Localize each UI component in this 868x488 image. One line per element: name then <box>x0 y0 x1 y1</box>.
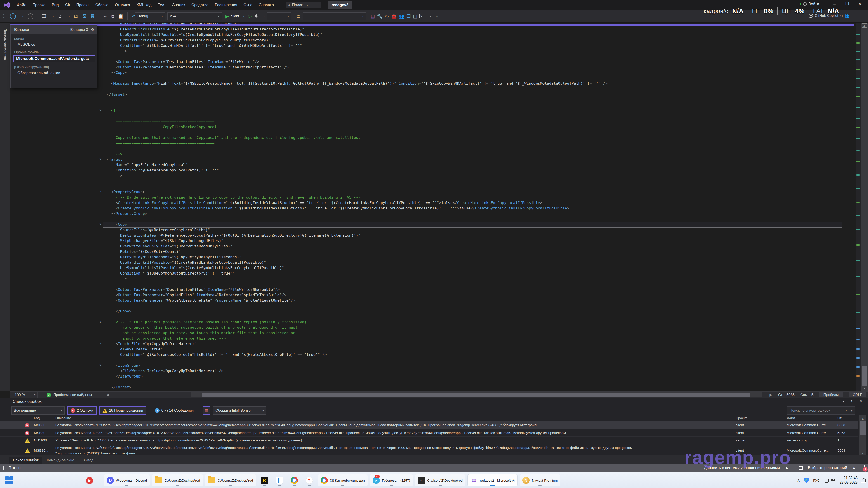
column-code[interactable]: Код <box>34 416 40 420</box>
code-line[interactable]: Condition="'@(ReferencesCopiedInThisBuil… <box>107 352 327 357</box>
menu-item-отладка[interactable]: Отладка <box>112 0 133 10</box>
code-line[interactable]: <Output TaskParameter="DestinationFiles"… <box>107 65 289 70</box>
code-line[interactable]: </ItemGroup> <box>107 374 143 379</box>
filter-button[interactable]: ☰ <box>203 406 210 415</box>
save-all-icon[interactable]: 🖬 <box>91 14 95 19</box>
code-line[interactable]: </Copy> <box>107 308 131 314</box>
char-indicator[interactable]: Симв: 5 <box>800 393 813 397</box>
code-line[interactable]: <!-- If this project produces reference … <box>107 320 307 325</box>
code-line[interactable]: <Touch Files="@(CopyUpToDateMarker)" <box>107 341 196 347</box>
code-line[interactable]: ErrorIfLinkFails="$(ErrorIfLinkFailsForC… <box>107 37 271 43</box>
fold-collapse-icon[interactable]: ∨ <box>98 157 103 161</box>
fold-collapse-icon[interactable]: ∨ <box>98 108 103 112</box>
solution-platform-select[interactable]: x64▾ <box>167 12 222 20</box>
code-line[interactable]: Condition="'$(UseCommonOutputDirectory)'… <box>107 271 235 276</box>
toolbar-overflow-icon[interactable]: ⌄ <box>436 14 438 18</box>
fold-collapse-icon[interactable]: ∨ <box>98 222 103 226</box>
messages-filter-button[interactable]: i 0 из 14 Сообщения <box>152 406 197 415</box>
menu-item-анализ[interactable]: Анализ <box>169 0 188 10</box>
scroll-up-icon[interactable]: ▲ <box>860 416 866 421</box>
code-line[interactable]: <Output TaskParameter="DestinationFiles"… <box>107 287 280 292</box>
save-icon[interactable]: 🖫 <box>82 14 87 19</box>
refresh-icon[interactable]: ⭮ <box>385 14 389 19</box>
code-line[interactable]: <CreateHardLinksForCopyLocalIfPossible C… <box>107 200 542 205</box>
taskbar-item-chrome[interactable]: (3) Как пофиксить дан <box>318 475 368 486</box>
code-line[interactable]: Copy references that are marked as "Copy… <box>107 135 361 140</box>
properties-wrench-icon[interactable]: 🔧 <box>377 14 382 19</box>
code-line[interactable]: <Output TaskParameter="CopiedFiles" Item… <box>107 292 286 298</box>
title-search-box[interactable]: ⌕ Поиск ▾ <box>286 2 321 8</box>
error-list-search-box[interactable]: Поиск по списку ошибок ⌕ ▾ <box>787 406 855 415</box>
code-line[interactable]: <CreateSymbolicLinksForCopyLocalIfPossib… <box>107 205 569 211</box>
share-icon[interactable]: ⧉ <box>840 14 843 18</box>
keyboard-language[interactable]: РУС <box>813 479 820 482</box>
editor-horizontal-scrollbar[interactable] <box>191 392 762 397</box>
chevron-up-icon[interactable]: ▲ <box>852 466 856 470</box>
code-line[interactable]: UseHardlinksIfPossible="$(CreateHardLink… <box>107 27 304 32</box>
code-line[interactable]: ========================================… <box>107 119 215 124</box>
code-line[interactable]: Name="_CopyFilesMarkedCopyLocal" <box>107 162 188 168</box>
menu-item-сборка[interactable]: Сборка <box>92 0 112 10</box>
editor-split-handle[interactable] <box>862 24 867 28</box>
code-line[interactable]: references on this build, subsequent bui… <box>107 325 298 330</box>
taskbar-item-term[interactable]: >_C:\Users\Z\Desktop\red <box>415 475 465 486</box>
media-app-icon[interactable]: ▶ <box>86 475 93 486</box>
code-line[interactable]: <Output TaskParameter="DestinationFiles"… <box>107 59 259 65</box>
empty-combo-1[interactable]: ▾ <box>267 12 291 20</box>
line-ending-indicator[interactable]: CRLF <box>848 392 866 397</box>
chevron-down-icon[interactable]: ▾ <box>22 15 24 18</box>
code-line[interactable]: </Target> <box>107 385 131 390</box>
menu-item-справка[interactable]: Справка <box>256 0 277 10</box>
chevron-down-icon[interactable]: ▾ <box>430 15 431 18</box>
code-editor[interactable]: RetryDelayMilliseconds="$(CopyRetryDelay… <box>10 23 858 391</box>
popup-item-mysql[interactable]: MySQL.cs <box>11 41 97 48</box>
fold-collapse-icon[interactable]: ∨ <box>98 363 103 367</box>
class-view-icon[interactable]: 👥 <box>399 14 404 19</box>
menu-item-xml-код[interactable]: XML-код <box>133 0 155 10</box>
menu-item-вид[interactable]: Вид <box>49 0 62 10</box>
scroll-left-icon[interactable]: ◀ <box>106 393 109 397</box>
scroll-right-icon[interactable]: ▶ <box>770 393 772 397</box>
document-title-tab[interactable]: redagev2 <box>328 1 352 9</box>
code-line[interactable]: > <box>107 173 123 178</box>
menu-item-средства[interactable]: Средства <box>188 0 212 10</box>
solution-explorer-icon[interactable]: ▤ <box>371 14 375 19</box>
popup-item-object-browser[interactable]: Обозреватель объектов <box>11 70 97 76</box>
code-line[interactable]: > <box>107 276 127 282</box>
start-debug-button[interactable]: ▶ client ▾ <box>224 13 246 19</box>
code-line[interactable]: Condition="'@(ReferenceCopyLocalPaths)' … <box>107 168 219 173</box>
solution-configuration-select[interactable]: Debug▾ <box>135 12 165 20</box>
code-line[interactable]: <ItemGroup> <box>107 363 141 368</box>
taskbar-item-yandex[interactable]: Y <box>303 475 315 486</box>
fold-collapse-icon[interactable]: ∨ <box>98 341 103 345</box>
window-layout-icon[interactable]: ◫ <box>413 14 417 19</box>
security-shield-icon[interactable] <box>804 478 809 483</box>
menu-item-файл[interactable]: Файл <box>13 0 29 10</box>
chevron-down-icon[interactable]: ▾ <box>68 15 70 18</box>
warnings-filter-button[interactable]: 16 Предупреждения <box>99 406 146 415</box>
menu-item-окно[interactable]: Окно <box>240 0 256 10</box>
source-filter-select[interactable]: Сборка и IntelliSense ▾ <box>213 406 266 415</box>
code-line[interactable]: _CopyFilesMarkedCopyLocal <box>107 124 217 130</box>
taskbar-item-telegram[interactable]: 57Губенова – (1257) <box>370 475 413 486</box>
code-line[interactable]: <PropertyGroup> <box>107 189 145 195</box>
empty-combo-2[interactable]: ▾ <box>303 12 366 20</box>
notifications-button[interactable]: 1 <box>864 466 865 470</box>
cut-icon[interactable]: ✂ <box>103 14 107 19</box>
column-project[interactable]: Проект <box>736 416 747 420</box>
copy-icon[interactable]: ⧉ <box>111 14 114 19</box>
taskbar-item-folder[interactable]: C:\Users\Z\Desktop\red <box>205 475 256 486</box>
close-button[interactable]: ✕ <box>854 0 866 8</box>
menu-item-проект[interactable]: Проект <box>73 0 92 10</box>
health-check-icon[interactable]: ✔ <box>46 393 51 397</box>
navigate-back-icon[interactable]: ← <box>10 13 16 19</box>
code-line[interactable]: RetryDelayMilliseconds="$(CopyRetryDelay… <box>107 254 241 260</box>
code-line[interactable]: <Message Importance="High" Text="$(MSBui… <box>107 81 608 86</box>
code-line[interactable]: --> <box>107 151 123 157</box>
code-line[interactable]: </Copy> <box>107 70 127 75</box>
code-line[interactable]: UseHardlinksIfPossible="$(CreateHardLink… <box>107 260 266 265</box>
code-line[interactable]: SourceFiles="@(ReferenceCopyLocalPaths)" <box>107 227 210 233</box>
gear-icon[interactable]: ⚙ <box>91 28 94 32</box>
code-line[interactable]: > <box>107 48 127 54</box>
minimize-button[interactable]: – <box>828 0 841 8</box>
